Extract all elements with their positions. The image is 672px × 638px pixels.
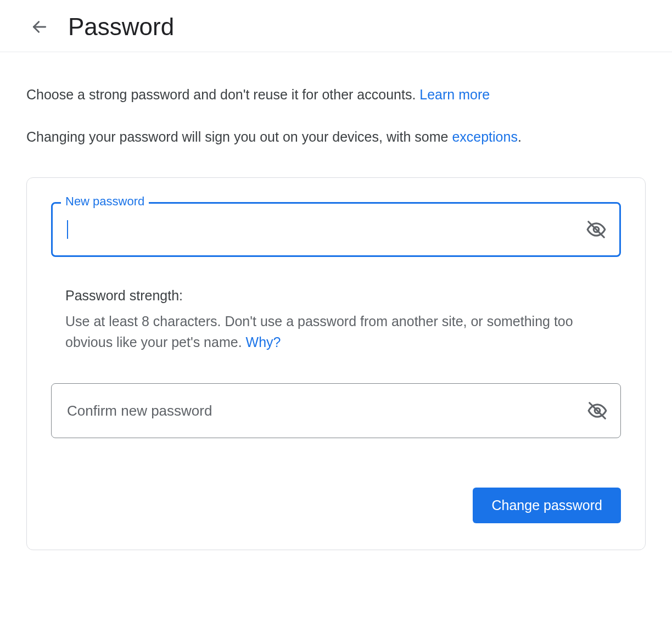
intro-line-2-text-a: Changing your password will sign you out… [26, 129, 452, 144]
new-password-label: New password [61, 194, 149, 209]
new-password-input-box [51, 202, 621, 257]
intro-line-2: Changing your password will sign you out… [26, 127, 646, 147]
why-link[interactable]: Why? [246, 334, 281, 350]
actions-row: Change password [51, 488, 621, 523]
strength-title: Password strength: [65, 288, 607, 304]
back-button[interactable] [26, 14, 53, 40]
exceptions-link[interactable]: exceptions [452, 129, 518, 144]
strength-block: Password strength: Use at least 8 charac… [51, 288, 621, 352]
confirm-password-field-wrap [51, 383, 621, 438]
page-header: Password [0, 0, 672, 52]
learn-more-link[interactable]: Learn more [419, 87, 490, 102]
intro-line-2-text-b: . [518, 129, 522, 144]
content: Choose a strong password and don't reuse… [0, 52, 672, 577]
password-card: New password Password strength: Use at l… [26, 177, 646, 550]
toggle-visibility-new-button[interactable] [583, 216, 609, 243]
eye-off-icon [586, 219, 607, 240]
intro-line-1-text: Choose a strong password and don't reuse… [26, 87, 419, 102]
intro-line-1: Choose a strong password and don't reuse… [26, 85, 646, 104]
eye-off-icon [587, 400, 608, 421]
strength-desc-text: Use at least 8 characters. Don't use a p… [65, 314, 573, 350]
strength-desc: Use at least 8 characters. Don't use a p… [65, 311, 607, 352]
confirm-password-input-box [51, 383, 621, 438]
change-password-button[interactable]: Change password [473, 488, 621, 523]
toggle-visibility-confirm-button[interactable] [584, 398, 611, 424]
confirm-password-input[interactable] [66, 402, 582, 420]
arrow-left-icon [31, 18, 48, 36]
new-password-input[interactable] [68, 221, 581, 239]
page-title: Password [68, 13, 174, 41]
new-password-field-wrap: New password [51, 202, 621, 257]
